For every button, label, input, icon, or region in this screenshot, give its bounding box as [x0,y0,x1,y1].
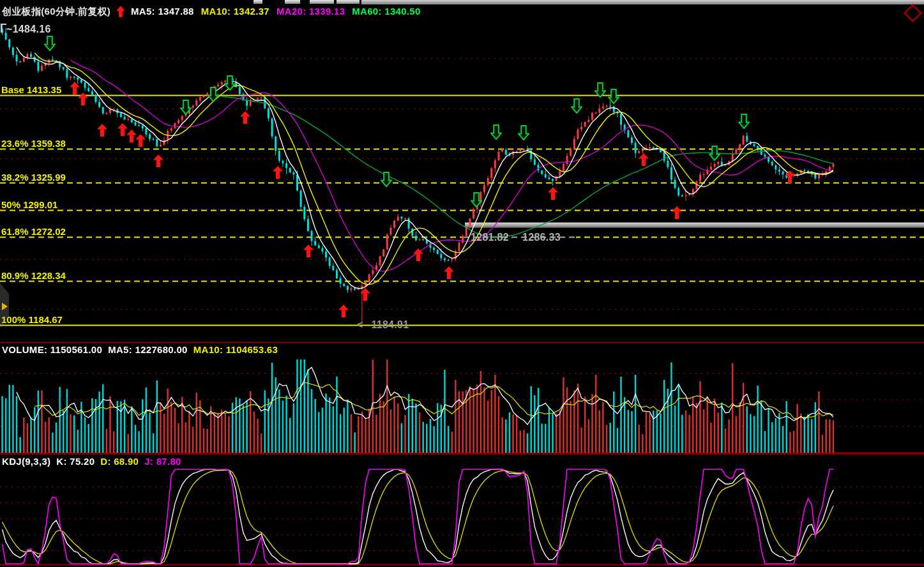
expand-arrow-icon [2,303,8,310]
trading-app-root: { "header": { "title": "创业板指(60分钟.前复权)",… [0,0,924,567]
main-chart-canvas[interactable] [0,0,924,567]
